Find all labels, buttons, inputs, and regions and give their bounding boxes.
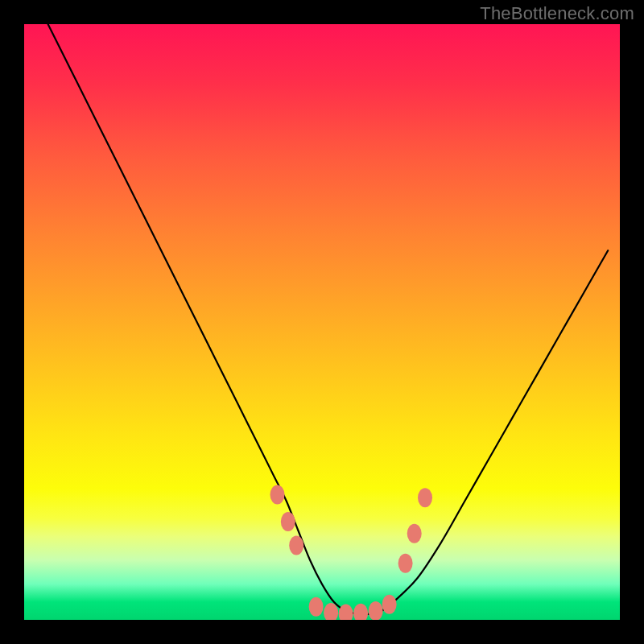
curve-marker bbox=[270, 485, 285, 505]
chart-container: TheBottleneck.com bbox=[0, 0, 644, 644]
curve-marker bbox=[407, 524, 422, 543]
curve-marker bbox=[289, 536, 303, 555]
curve-marker bbox=[353, 604, 368, 620]
markers-group bbox=[270, 485, 433, 620]
curve-marker bbox=[324, 603, 338, 620]
watermark-text: TheBottleneck.com bbox=[480, 3, 634, 24]
curve-marker bbox=[418, 488, 432, 507]
curve-marker bbox=[369, 601, 383, 620]
plot-area bbox=[24, 24, 620, 620]
curve-marker bbox=[281, 512, 295, 531]
curve-svg bbox=[24, 24, 620, 620]
curve-marker bbox=[309, 597, 324, 617]
curve-marker bbox=[398, 554, 413, 573]
bottleneck-curve bbox=[48, 24, 609, 614]
curve-marker bbox=[382, 595, 397, 614]
curve-marker bbox=[339, 605, 353, 620]
